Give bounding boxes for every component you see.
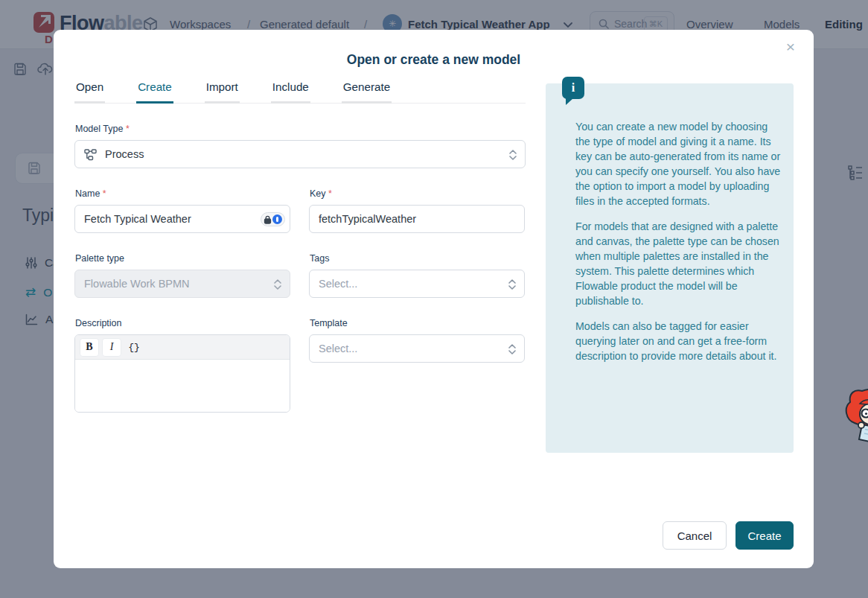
tab-generate[interactable]: Generate xyxy=(342,80,392,104)
dialog-title: Open or create a new model xyxy=(54,52,814,68)
select-chevrons-icon xyxy=(274,279,281,290)
info-paragraph: Models can also be tagged for easier que… xyxy=(575,319,782,363)
description-toolbar: B I {} xyxy=(75,335,290,360)
info-paragraph: For models that are designed with a pale… xyxy=(575,219,782,308)
key-label: Key * xyxy=(310,188,332,199)
select-chevrons-icon xyxy=(509,149,517,161)
key-input[interactable] xyxy=(309,205,525,233)
template-placeholder: Select... xyxy=(319,343,357,354)
info-paragraph: You can create a new model by choosing t… xyxy=(575,119,782,209)
tab-open[interactable]: Open xyxy=(74,80,105,104)
tags-select[interactable]: Select... xyxy=(309,270,525,298)
tab-create[interactable]: Create xyxy=(136,80,173,104)
create-button[interactable]: Create xyxy=(735,521,794,550)
select-chevrons-icon xyxy=(508,279,516,290)
palette-type-value: Flowable Work BPMN xyxy=(84,278,190,290)
select-chevrons-icon xyxy=(508,343,516,355)
description-editor: B I {} xyxy=(74,334,290,413)
palette-type-label: Palette type xyxy=(75,253,124,264)
description-label: Description xyxy=(75,318,122,328)
code-braces-button[interactable]: {} xyxy=(124,338,144,357)
dialog-tabs: Open Create Import Include Generate xyxy=(74,80,526,104)
info-panel: i You can create a new model by choosing… xyxy=(546,83,794,453)
flowable-mascot xyxy=(840,386,868,449)
name-input[interactable] xyxy=(74,205,290,233)
onepassword-icon xyxy=(272,214,282,224)
open-create-model-dialog: × Open or create a new model Open Create… xyxy=(54,30,814,568)
template-select[interactable]: Select... xyxy=(309,334,525,363)
palette-type-select: Flowable Work BPMN xyxy=(74,270,290,298)
model-type-select[interactable]: Process xyxy=(74,140,526,168)
bold-button[interactable]: B xyxy=(80,338,99,357)
name-label: Name * xyxy=(75,188,106,199)
model-type-label: Model Type * xyxy=(75,124,130,134)
tab-include[interactable]: Include xyxy=(271,80,310,104)
tab-import[interactable]: Import xyxy=(205,80,240,104)
tags-label: Tags xyxy=(310,253,329,264)
info-icon: i xyxy=(562,77,584,99)
template-label: Template xyxy=(310,318,348,328)
info-text: You can create a new model by choosing t… xyxy=(575,119,782,374)
description-input[interactable] xyxy=(75,360,290,412)
lock-icon xyxy=(264,215,272,224)
password-manager-icon[interactable] xyxy=(261,212,285,226)
model-type-value: Process xyxy=(105,148,144,160)
cancel-button[interactable]: Cancel xyxy=(663,521,727,550)
process-icon xyxy=(84,148,97,161)
tags-placeholder: Select... xyxy=(319,278,357,290)
screen: Flowable D Workspaces / Generated defaul… xyxy=(0,0,868,598)
italic-button[interactable]: I xyxy=(102,338,121,357)
